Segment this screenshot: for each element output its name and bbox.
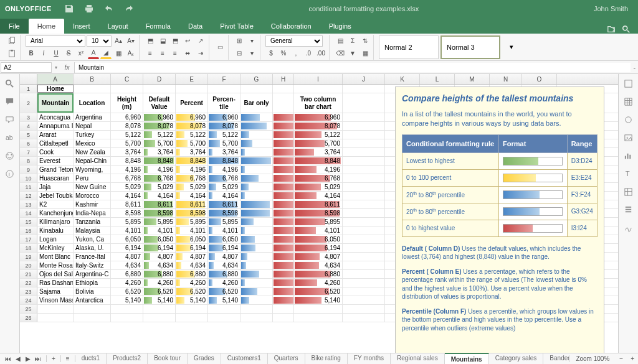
- cell[interactable]: 8,598: [111, 209, 143, 217]
- menu-data[interactable]: Data: [179, 19, 211, 34]
- cell[interactable]: 5,700: [294, 139, 343, 147]
- cell[interactable]: [208, 314, 240, 322]
- cell[interactable]: 8,611: [143, 200, 176, 208]
- cell[interactable]: Argentina-C: [74, 270, 111, 278]
- sheet-last-icon[interactable]: ⏭: [34, 355, 42, 362]
- cell[interactable]: [240, 296, 273, 304]
- sheet-tab[interactable]: Quarters: [268, 353, 305, 364]
- font-size-select[interactable]: 10: [87, 35, 112, 47]
- row-header[interactable]: 19: [20, 253, 37, 261]
- cell[interactable]: [343, 183, 385, 191]
- cell[interactable]: Bolivia: [74, 287, 111, 296]
- sort-icon[interactable]: ⇅: [359, 35, 371, 47]
- cell[interactable]: [343, 270, 385, 278]
- cell[interactable]: 8,078: [176, 122, 208, 130]
- cell[interactable]: 8,078: [143, 122, 176, 130]
- cell[interactable]: 4,196: [143, 166, 176, 174]
- named-range-icon[interactable]: ▭: [214, 42, 226, 53]
- cell[interactable]: Two column bar chart: [294, 93, 343, 113]
- cell[interactable]: Default Value: [143, 93, 176, 113]
- cell[interactable]: [240, 148, 273, 156]
- cell[interactable]: 3,764: [143, 148, 176, 156]
- cell[interactable]: Turkey: [74, 131, 111, 139]
- row-header[interactable]: 26: [20, 314, 37, 322]
- cell[interactable]: Antarctica: [74, 296, 111, 304]
- cell[interactable]: Cook: [37, 148, 74, 156]
- underline-button[interactable]: U: [50, 48, 62, 59]
- cell[interactable]: [273, 166, 294, 174]
- cell[interactable]: Jebel Toubka: [37, 192, 74, 200]
- sheet-tab[interactable]: FY months: [348, 353, 391, 364]
- cell-style-normal2[interactable]: Normal 2: [379, 35, 439, 59]
- cell[interactable]: [343, 166, 385, 174]
- clear-format-button[interactable]: Aᵪ: [125, 48, 136, 59]
- cell[interactable]: Argentina: [74, 113, 111, 121]
- cell[interactable]: 8,848: [111, 157, 143, 165]
- accounting-icon[interactable]: ,: [290, 48, 302, 59]
- cell[interactable]: 6,880: [294, 270, 343, 278]
- align-top-icon[interactable]: ⬒: [145, 35, 156, 47]
- cell[interactable]: [273, 261, 294, 269]
- cell[interactable]: [273, 305, 294, 313]
- cell[interactable]: 5,122: [143, 131, 176, 139]
- formula-expand-icon[interactable]: ⌄: [631, 65, 638, 70]
- save-icon[interactable]: [64, 4, 74, 14]
- cell[interactable]: 5,895: [294, 218, 343, 226]
- cell[interactable]: [240, 218, 273, 226]
- cell[interactable]: 6,520: [294, 287, 343, 296]
- row-header[interactable]: 14: [20, 209, 37, 217]
- row-header[interactable]: 10: [20, 174, 37, 182]
- cell[interactable]: 5,700: [111, 139, 143, 147]
- cell[interactable]: 8,611: [176, 200, 208, 208]
- cell[interactable]: 6,960: [208, 113, 240, 121]
- cell[interactable]: [343, 93, 385, 113]
- decrease-decimal-icon[interactable]: .0: [303, 48, 314, 59]
- cell[interactable]: K2: [37, 200, 74, 208]
- text-settings-icon[interactable]: T: [624, 169, 633, 179]
- cell[interactable]: McKinley: [37, 244, 74, 252]
- cell[interactable]: 6,960: [176, 113, 208, 121]
- cell[interactable]: 4,101: [208, 226, 240, 235]
- cell[interactable]: [74, 314, 111, 322]
- align-right-icon[interactable]: ≡: [169, 48, 181, 59]
- cell[interactable]: [294, 314, 343, 322]
- cell[interactable]: 6,880: [143, 270, 176, 278]
- row-header[interactable]: 23: [20, 287, 37, 296]
- insert-dropdown-icon[interactable]: ▾: [246, 35, 257, 47]
- shape-settings-icon[interactable]: [624, 115, 633, 124]
- cell[interactable]: Nepal: [74, 122, 111, 130]
- cell[interactable]: [208, 305, 240, 313]
- cell[interactable]: [343, 148, 385, 156]
- cell[interactable]: [343, 261, 385, 269]
- cell[interactable]: Percen-tile: [208, 93, 240, 113]
- cell[interactable]: 5,029: [208, 183, 240, 191]
- cell[interactable]: 8,611: [208, 200, 240, 208]
- cell[interactable]: [240, 279, 273, 287]
- cell[interactable]: [343, 218, 385, 226]
- row-header[interactable]: 18: [20, 244, 37, 252]
- cell[interactable]: [74, 305, 111, 313]
- cell[interactable]: [273, 279, 294, 287]
- cell[interactable]: [176, 314, 208, 322]
- row-header[interactable]: 16: [20, 226, 37, 235]
- cell[interactable]: 5,700: [208, 139, 240, 147]
- cell[interactable]: [343, 296, 385, 304]
- image-settings-icon[interactable]: [624, 133, 633, 142]
- undo-icon[interactable]: [104, 4, 114, 14]
- cell[interactable]: 6,520: [176, 287, 208, 296]
- cell[interactable]: 3,764: [208, 148, 240, 156]
- cell[interactable]: 5,700: [143, 139, 176, 147]
- cell[interactable]: 6,880: [111, 270, 143, 278]
- cell[interactable]: 6,194: [143, 244, 176, 252]
- table-icon[interactable]: ▦: [359, 48, 371, 59]
- zoom-label[interactable]: Zoom 100%: [569, 355, 616, 362]
- cell[interactable]: Annapurna I: [37, 122, 74, 130]
- cell[interactable]: [111, 314, 143, 322]
- cell[interactable]: 5,029: [111, 183, 143, 191]
- cell[interactable]: Logan: [37, 235, 74, 243]
- cell[interactable]: Percent: [176, 93, 208, 113]
- cell[interactable]: 4,634: [176, 261, 208, 269]
- cell[interactable]: 8,078: [208, 122, 240, 130]
- select-all-corner[interactable]: [20, 74, 37, 84]
- sheet-tab[interactable]: Category sales: [489, 353, 544, 364]
